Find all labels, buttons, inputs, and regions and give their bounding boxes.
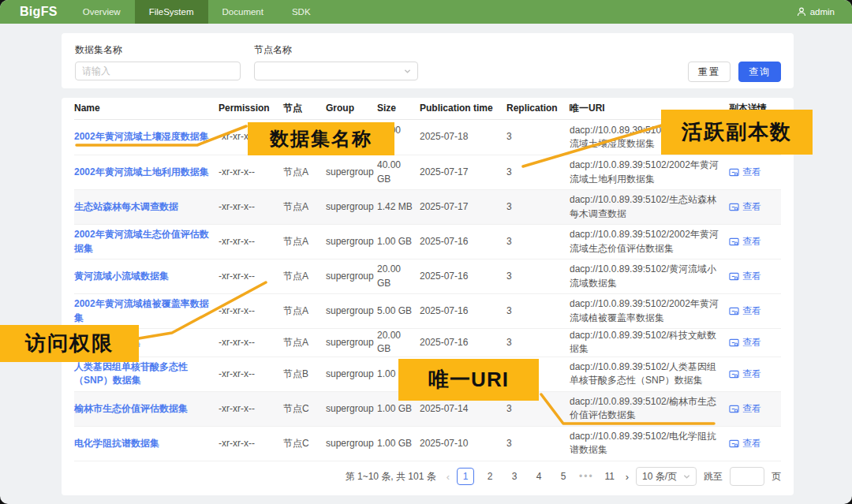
page-number-4[interactable]: 4 <box>530 468 547 485</box>
cell-action: 查看 <box>729 200 781 214</box>
page-number-1[interactable]: 1 <box>457 468 474 485</box>
cell-publication-time: 2025-07-10 <box>420 437 506 450</box>
dataset-name-link[interactable]: 人类基因组单核苷酸多态性（SNP）数据集 <box>74 361 188 386</box>
cell-publication-time: 2025-07-16 <box>420 336 506 349</box>
page-number-3[interactable]: 3 <box>506 468 523 485</box>
cell-permission: -xr-xr-x-- <box>219 200 283 214</box>
cell-permission: -xr-xr-x-- <box>219 166 283 179</box>
cell-size: 20.00 GB <box>377 263 420 290</box>
cell-uri: dacp://10.0.89.39:5102/2002年黄河流域植被覆盖率数据集 <box>570 297 729 325</box>
dataset-name-link[interactable]: 黄河流域小流域数据集 <box>74 271 169 282</box>
cell-permission: -xr-xr-x-- <box>219 437 283 450</box>
annotation-active-replicas: 活跃副本数 <box>661 110 813 155</box>
cell-replication: 3 <box>506 304 570 318</box>
annotation-access-permission: 访问权限 <box>0 325 139 362</box>
prev-page-button[interactable]: ‹ <box>447 471 450 483</box>
dataset-name-input[interactable] <box>75 62 241 80</box>
cell-uri: dacp://10.0.89.39:5102/人类基因组单核苷酸多态性（SNP）… <box>570 360 729 388</box>
view-link[interactable]: 查看 <box>729 336 781 349</box>
page-number-2[interactable]: 2 <box>481 468 499 485</box>
col-header-name: Name <box>74 102 219 115</box>
reset-button[interactable]: 重置 <box>688 62 731 82</box>
cell-uri: dacp://10.0.89.39:5102/2002年黄河流域生态价值评估数据… <box>570 228 729 256</box>
annotation-unique-uri: 唯一URI <box>398 359 539 401</box>
dataset-name-link[interactable]: 电化学阻抗谱数据集 <box>74 438 159 449</box>
cell-publication-time: 2025-07-18 <box>420 130 506 144</box>
jump-to-page-input[interactable] <box>730 467 764 486</box>
query-button[interactable]: 查询 <box>738 62 781 82</box>
cell-action: 查看 <box>729 402 781 416</box>
cell-node: 节点A <box>283 166 326 179</box>
cell-node: 节点A <box>283 235 326 248</box>
view-link[interactable]: 查看 <box>729 402 781 416</box>
view-link[interactable]: 查看 <box>729 200 781 214</box>
dataset-name-link[interactable]: 2002年黄河流域土壤湿度数据集 <box>74 131 209 142</box>
cell-replication: 3 <box>506 166 570 179</box>
cell-size: 1.00 GB <box>377 437 420 450</box>
cell-uri: dacp://10.0.89.39:5102/黄河流域小流域数据集 <box>570 263 729 290</box>
view-link[interactable]: 查看 <box>729 270 781 283</box>
cell-replication: 3 <box>506 200 570 214</box>
dataset-name-link[interactable]: 2002年黄河流域土地利用数据集 <box>74 166 209 177</box>
table-row: 2002年黄河流域生态价值评估数据集-xr-xr-x--节点Asupergrou… <box>74 225 781 259</box>
col-header-permission: Permission <box>219 102 283 115</box>
cell-publication-time: 2025-07-16 <box>420 270 506 283</box>
cell-permission: -xr-xr-x-- <box>219 235 283 248</box>
cell-name: 2002年黄河流域生态价值评估数据集 <box>74 228 219 256</box>
dataset-name-link[interactable]: 生态站森林每木调查数据 <box>74 201 178 212</box>
nav-tabs: Overview FileSystem Document SDK <box>69 0 325 24</box>
cell-node: 节点A <box>283 336 326 349</box>
view-link[interactable]: 查看 <box>729 304 781 318</box>
cell-replication: 3 <box>506 437 570 450</box>
cell-node: 节点B <box>283 368 326 381</box>
table-row: 2002年黄河流域植被覆盖率数据集-xr-xr-x--节点Asupergroup… <box>74 294 781 329</box>
cell-name: 2002年黄河流域土地利用数据集 <box>74 166 219 179</box>
view-link[interactable]: 查看 <box>729 437 781 450</box>
cell-action: 查看 <box>729 336 781 349</box>
page-unit-label: 页 <box>772 470 781 483</box>
nav-tab-overview[interactable]: Overview <box>69 0 135 24</box>
annotation-dataset-name: 数据集名称 <box>248 122 394 155</box>
cell-uri: dacp://10.0.89.39:5102/榆林市生态价值评估数据集 <box>570 395 729 423</box>
cell-action: 查看 <box>729 166 781 179</box>
nav-tab-sdk[interactable]: SDK <box>278 0 325 24</box>
cell-group: supergroup <box>326 235 377 248</box>
cell-permission: -xr-xr-x-- <box>219 368 283 381</box>
node-name-select[interactable] <box>254 62 418 80</box>
cell-uri: dacp://10.0.89.39:5102/生态站森林每木调查数据 <box>570 193 729 221</box>
table-row: 科技文献数据集-xr-xr-x--节点Asupergroup20.00 GB20… <box>74 329 781 357</box>
dataset-name-link[interactable]: 2002年黄河流域植被覆盖率数据集 <box>74 298 209 323</box>
next-page-button[interactable]: › <box>626 471 629 483</box>
col-header-size: Size <box>377 102 420 115</box>
col-header-publication-time: Publication time <box>420 102 506 115</box>
col-header-replication: Replication <box>506 102 570 115</box>
user-icon <box>797 7 806 17</box>
cell-publication-time: 2025-07-17 <box>420 166 506 179</box>
cell-publication-time: 2025-07-17 <box>420 200 506 214</box>
cell-publication-time: 2025-07-16 <box>420 235 506 248</box>
dataset-name-link[interactable]: 2002年黄河流域生态价值评估数据集 <box>74 229 209 253</box>
dataset-name-link[interactable]: 榆林市生态价值评估数据集 <box>74 403 188 414</box>
cell-size: 1.42 MB <box>377 200 420 214</box>
page-number-5[interactable]: 5 <box>555 468 572 485</box>
cell-permission: -xr-xr-x-- <box>219 336 283 349</box>
cell-node: 节点C <box>283 437 326 450</box>
dataset-table-panel: Name Permission 节点 Group Size Publicatio… <box>62 98 794 495</box>
view-link[interactable]: 查看 <box>729 166 781 179</box>
view-link[interactable]: 查看 <box>729 235 781 248</box>
cell-group: supergroup <box>326 166 377 179</box>
table-body: 2002年黄河流域土壤湿度数据集-xr-xr-x--节点Asupergroup1… <box>74 120 781 461</box>
dataset-name-label: 数据集名称 <box>75 43 122 57</box>
cell-group: supergroup <box>326 336 377 349</box>
cell-size: 1.00 GB <box>377 235 420 248</box>
cell-action: 查看 <box>729 235 781 248</box>
page-number-11[interactable]: 11 <box>601 468 618 485</box>
chevron-down-icon <box>404 68 411 75</box>
jump-to-label: 跳至 <box>704 470 723 483</box>
page-size-select[interactable]: 10 条/页 <box>636 467 697 486</box>
nav-tab-document[interactable]: Document <box>208 0 278 24</box>
table-row: 2002年黄河流域土地利用数据集-xr-xr-x--节点Asupergroup4… <box>74 155 781 190</box>
user-menu[interactable]: admin <box>797 7 835 17</box>
nav-tab-filesystem[interactable]: FileSystem <box>135 0 208 24</box>
view-link[interactable]: 查看 <box>729 368 781 381</box>
